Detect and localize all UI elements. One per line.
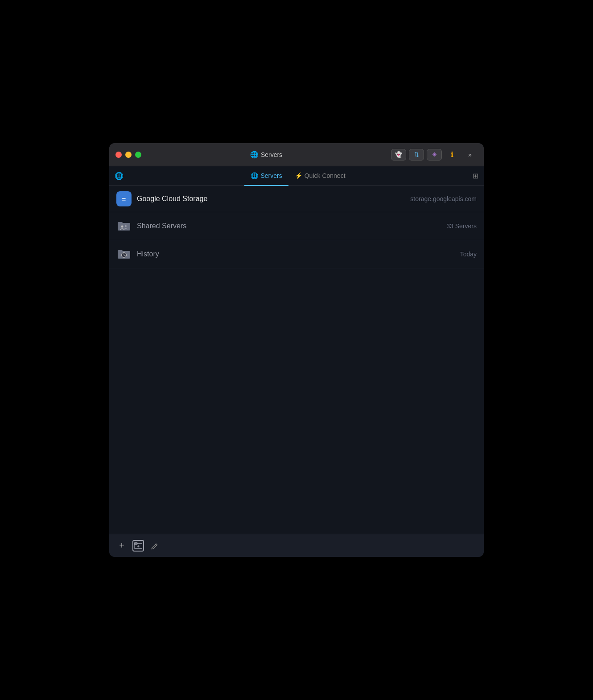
add-button[interactable]: + bbox=[115, 539, 128, 552]
svg-point-2 bbox=[121, 226, 124, 228]
history-meta: Today bbox=[460, 251, 477, 258]
history-icon bbox=[116, 247, 132, 262]
svg-rect-1 bbox=[118, 222, 123, 224]
quickconnect-tab-icon: ⚡ bbox=[295, 172, 302, 179]
navbar-tabs: 🌐 Servers ⚡ Quick Connect bbox=[244, 166, 351, 186]
titlebar-center: 🌐 Servers bbox=[141, 151, 391, 159]
add-folder-button[interactable] bbox=[132, 540, 144, 552]
shared-servers-meta: 33 Servers bbox=[446, 222, 477, 230]
servers-tab-icon: 🌐 bbox=[251, 172, 258, 179]
shared-servers-icon bbox=[116, 218, 132, 234]
server-url: storage.googleapis.com bbox=[410, 195, 477, 202]
close-button[interactable] bbox=[115, 152, 122, 158]
more-button[interactable]: » bbox=[462, 149, 478, 161]
ghost-button[interactable]: 👻 bbox=[391, 149, 406, 161]
maximize-button[interactable] bbox=[135, 152, 141, 158]
navbar-globe-icon: 🌐 bbox=[115, 172, 124, 180]
edit-button[interactable] bbox=[148, 539, 161, 552]
tab-servers[interactable]: 🌐 Servers bbox=[244, 166, 288, 186]
server-name: Google Cloud Storage bbox=[137, 195, 410, 203]
titlebar-globe-icon: 🌐 bbox=[250, 151, 259, 159]
titlebar-actions: 👻 ⇅ ✳ ℹ » bbox=[391, 149, 478, 161]
titlebar-text: Servers bbox=[261, 151, 282, 158]
info-button[interactable]: ℹ bbox=[445, 149, 460, 161]
shared-servers-item[interactable]: Shared Servers 33 Servers bbox=[109, 212, 484, 240]
shared-servers-label: Shared Servers bbox=[137, 222, 446, 230]
titlebar-title: 🌐 Servers bbox=[250, 151, 282, 159]
server-icon-box: = bbox=[116, 191, 132, 206]
svg-line-13 bbox=[156, 544, 157, 546]
svg-point-3 bbox=[125, 225, 127, 227]
quickconnect-tab-label: Quick Connect bbox=[305, 172, 346, 179]
app-window: 🌐 Servers 👻 ⇅ ✳ ℹ » 🌐 🌐 Servers ⚡ Quick … bbox=[109, 143, 484, 557]
traffic-lights bbox=[115, 152, 141, 158]
svg-rect-5 bbox=[118, 250, 123, 252]
sparkle-button[interactable]: ✳ bbox=[427, 149, 442, 161]
primary-server-item[interactable]: = Google Cloud Storage storage.googleapi… bbox=[109, 186, 484, 212]
server-icon-label: = bbox=[122, 195, 126, 203]
toolbar: + bbox=[109, 534, 484, 557]
navbar: 🌐 🌐 Servers ⚡ Quick Connect ⊞ bbox=[109, 166, 484, 186]
history-label: History bbox=[137, 250, 460, 258]
minimize-button[interactable] bbox=[125, 152, 132, 158]
titlebar: 🌐 Servers 👻 ⇅ ✳ ℹ » bbox=[109, 143, 484, 166]
grid-icon[interactable]: ⊞ bbox=[473, 172, 478, 180]
server-list: = Google Cloud Storage storage.googleapi… bbox=[109, 186, 484, 534]
transfer-button[interactable]: ⇅ bbox=[409, 149, 424, 161]
servers-tab-label: Servers bbox=[260, 172, 282, 179]
history-item[interactable]: History Today bbox=[109, 240, 484, 268]
tab-quickconnect[interactable]: ⚡ Quick Connect bbox=[288, 166, 352, 186]
